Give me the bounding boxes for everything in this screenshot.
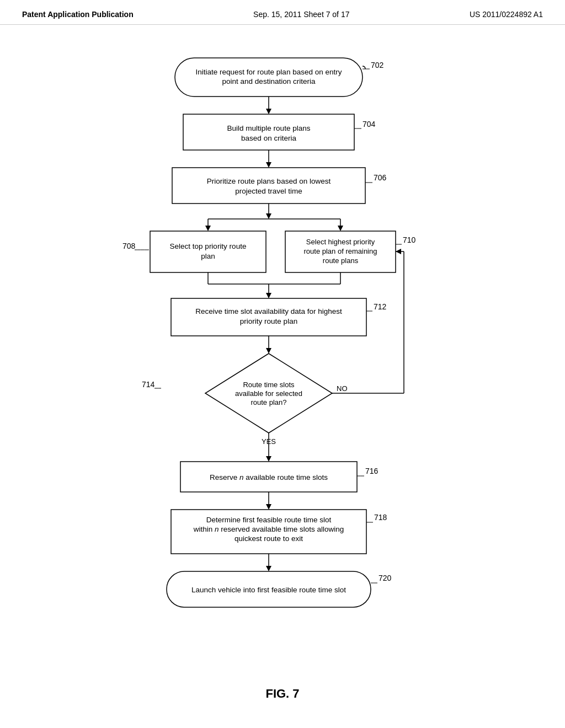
header-publication-label: Patent Application Publication (22, 10, 134, 19)
svg-text:route plans: route plans (323, 256, 359, 265)
figure-label-text: FIG. 7 (265, 687, 299, 700)
svg-text:available for selected: available for selected (235, 389, 302, 398)
svg-text:Select top priority route: Select top priority route (170, 242, 247, 250)
svg-text:projected travel time: projected travel time (235, 187, 302, 195)
svg-text:route plan of remaining: route plan of remaining (304, 247, 377, 255)
diagram-area: Initiate request for route plan based on… (0, 25, 565, 712)
svg-text:720: 720 (379, 574, 392, 582)
header-patent-number: US 2011/0224892 A1 (470, 10, 543, 19)
svg-text:within n reserved available ti: within n reserved available time slots a… (193, 525, 344, 533)
svg-text:plan: plan (201, 252, 215, 260)
svg-text:Reserve n available route time: Reserve n available route time slots (210, 473, 328, 481)
svg-marker-56 (266, 456, 271, 462)
svg-text:718: 718 (374, 513, 387, 522)
flowchart-svg: Initiate request for route plan based on… (89, 47, 476, 670)
svg-marker-20 (266, 213, 271, 219)
svg-text:point and destination criteria: point and destination criteria (222, 77, 316, 85)
svg-text:Build multiple route plans: Build multiple route plans (227, 124, 311, 132)
svg-marker-60 (396, 249, 401, 254)
svg-marker-6 (266, 109, 271, 114)
svg-marker-23 (205, 226, 211, 231)
svg-text:Initiate request for route pla: Initiate request for route plan based on… (196, 68, 342, 76)
svg-text:712: 712 (374, 302, 387, 311)
svg-text:priority route plan: priority route plan (240, 317, 297, 325)
svg-marker-13 (266, 162, 271, 168)
svg-text:Route time slots: Route time slots (243, 381, 295, 389)
svg-text:714: 714 (142, 380, 155, 389)
svg-rect-14 (172, 168, 365, 204)
svg-text:quickest route to exit: quickest route to exit (234, 534, 303, 543)
svg-marker-65 (266, 504, 271, 510)
svg-text:Launch vehicle into first feas: Launch vehicle into first feasible route… (191, 586, 346, 594)
header-date-sheet: Sep. 15, 2011 Sheet 7 of 17 (253, 10, 349, 19)
svg-text:route plan?: route plan? (250, 398, 286, 406)
svg-marker-46 (266, 348, 271, 354)
svg-text:702: 702 (371, 61, 384, 69)
svg-text:704: 704 (363, 120, 376, 129)
svg-text:Select highest priority: Select highest priority (306, 238, 375, 246)
page-header: Patent Application Publication Sep. 15, … (0, 0, 565, 25)
svg-marker-72 (266, 566, 271, 571)
figure-caption: FIG. 7 (265, 687, 299, 701)
svg-text:based on criteria: based on criteria (241, 134, 296, 142)
svg-text:NO: NO (337, 384, 348, 393)
svg-text:708: 708 (122, 242, 136, 250)
svg-text:Determine first feasible route: Determine first feasible route time slot (206, 516, 332, 524)
svg-text:Receive time slot availability: Receive time slot availability data for … (195, 307, 342, 315)
svg-text:710: 710 (403, 235, 416, 244)
svg-text:706: 706 (374, 173, 387, 182)
svg-marker-25 (338, 226, 343, 231)
svg-text:716: 716 (365, 467, 379, 475)
svg-text:Prioritize route plans based o: Prioritize route plans based on lowest (207, 177, 331, 185)
svg-marker-40 (266, 293, 271, 298)
